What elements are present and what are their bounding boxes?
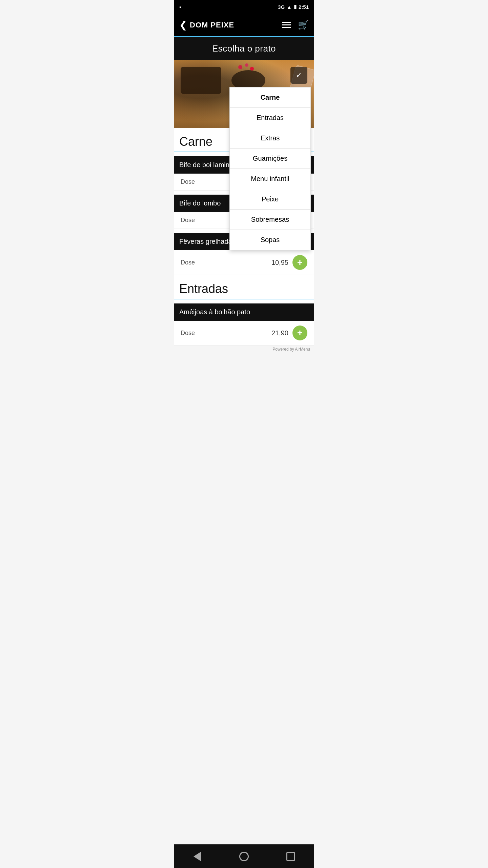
dropdown-item-carne[interactable]: Carne [230, 87, 310, 108]
menu-item-price-row: 21,90+ [271, 326, 307, 340]
menu-item: Amêijoas à bolhão patoDose21,90+ [174, 303, 314, 346]
dropdown-item-extras[interactable]: Extras [230, 128, 310, 149]
status-bar: ▪ 3G ▲ ▮ 2:51 [174, 0, 314, 14]
powered-by: Powered by AirMenu [174, 346, 314, 354]
section-title-1: Entradas [174, 275, 314, 299]
dropdown-item-sobremesas[interactable]: Sobremesas [230, 210, 310, 230]
header-actions: 🛒 [282, 20, 309, 30]
time-label: 2:51 [299, 4, 309, 10]
menu-button[interactable] [282, 22, 291, 28]
menu-item-row: Dose10,95+ [174, 250, 314, 275]
menu-item-row: Dose21,90+ [174, 321, 314, 346]
hero-berry-1 [238, 65, 242, 69]
dropdown-item-peixe[interactable]: Peixe [230, 189, 310, 210]
menu-item-price: 21,90 [271, 329, 288, 337]
back-button[interactable]: ❮ [179, 19, 187, 31]
dropdown-item-sopas[interactable]: Sopas [230, 230, 310, 250]
add-to-cart-button[interactable]: + [292, 255, 307, 270]
chevron-down-icon: ✓ [296, 71, 302, 80]
category-dropdown[interactable]: CarneEntradasExtrasGuarniçõesMenu infant… [229, 87, 311, 250]
menu-item-option-label: Dose [181, 178, 195, 185]
menu-item-price-row: 10,95+ [271, 255, 307, 270]
sim-icon: ▪ [179, 4, 181, 10]
dropdown-item-guarnições[interactable]: Guarnições [230, 149, 310, 169]
hero-decor-1 [181, 67, 221, 94]
dropdown-toggle[interactable]: ✓ [290, 67, 307, 84]
add-to-cart-button[interactable]: + [292, 326, 307, 340]
app-title: DOM PEIXE [190, 21, 282, 29]
menu-item-name: Amêijoas à bolhão pato [174, 303, 314, 321]
hero-berry-2 [245, 63, 248, 67]
app-header: ❮ DOM PEIXE 🛒 [174, 14, 314, 37]
menu-item-price: 10,95 [271, 259, 288, 267]
hero-berry-3 [250, 67, 254, 71]
cart-button[interactable]: 🛒 [298, 20, 309, 30]
page-title-bar: Escolha o prato [174, 37, 314, 60]
dropdown-item-entradas[interactable]: Entradas [230, 108, 310, 128]
signal-icon: ▲ [287, 4, 292, 10]
network-label: 3G [278, 4, 285, 10]
menu-item-option-label: Dose [181, 259, 195, 266]
page-title: Escolha o prato [212, 43, 276, 54]
hero-wrapper: ✓ CarneEntradasExtrasGuarniçõesMenu infa… [174, 60, 314, 128]
status-icons: 3G ▲ ▮ 2:51 [278, 4, 309, 10]
menu-item-option-label: Dose [181, 217, 195, 224]
menu-item-option-label: Dose [181, 330, 195, 337]
dropdown-item-menu-infantil[interactable]: Menu infantil [230, 169, 310, 189]
battery-icon: ▮ [294, 4, 297, 10]
